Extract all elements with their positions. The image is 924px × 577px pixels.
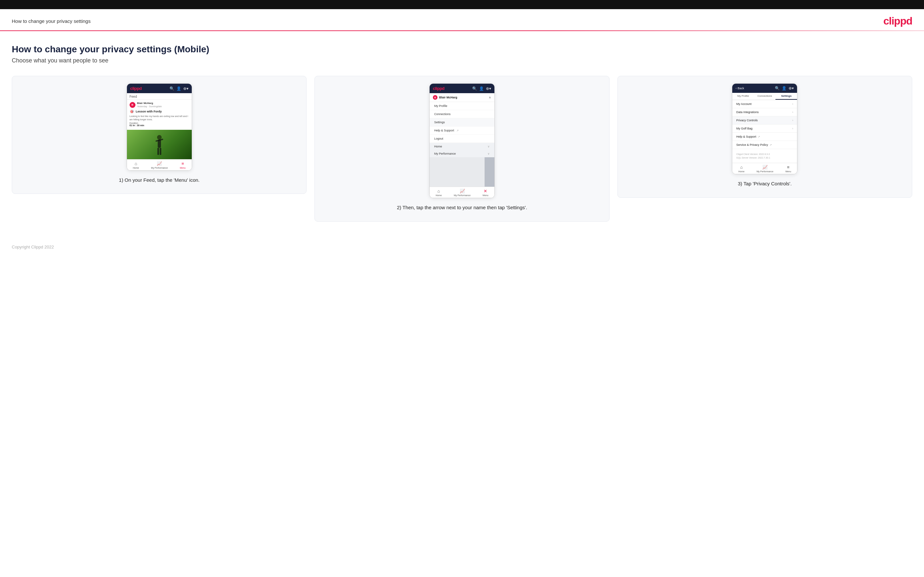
- user-icon-3[interactable]: 👤: [782, 86, 787, 90]
- performance-icon-2: 📈: [460, 189, 465, 193]
- service-privacy-label: Service & Privacy Policy ↗: [736, 143, 772, 147]
- section-performance-chevron: ∨: [488, 152, 490, 155]
- bottom-nav-menu-2[interactable]: ✕ Menu: [483, 189, 488, 197]
- performance-icon-3: 📈: [762, 165, 767, 170]
- version-gql: GQL Server Version: 2022.7.30-1: [736, 156, 793, 160]
- svg-rect-3: [157, 148, 159, 155]
- back-button[interactable]: ‹ Back: [735, 87, 744, 90]
- version-block: Clippd Client Version: 2022.8.3-3 GQL Se…: [732, 149, 797, 163]
- settings-help-support[interactable]: Help & Support ↗: [732, 133, 797, 141]
- dropdown-menu: B Blair McHarg ∧ My Profile Connections …: [430, 93, 494, 157]
- feed-user-row: B Blair McHarg Yesterday · Sunningdale: [129, 102, 189, 108]
- home-label-1: Home: [133, 167, 139, 169]
- performance-icon-1: 📈: [157, 161, 162, 166]
- settings-my-account[interactable]: My Account ›: [732, 100, 797, 108]
- home-label-3: Home: [738, 170, 745, 172]
- tab-my-profile[interactable]: My Profile: [732, 93, 754, 100]
- ext-icon-privacy: ↗: [770, 143, 772, 147]
- step-2-card: clippd 🔍 👤 ⊕▾ B Blair McHarg ∧: [315, 76, 609, 222]
- performance-label-2: My Performance: [454, 194, 470, 197]
- user-icon-2[interactable]: 👤: [479, 86, 484, 91]
- copyright: Copyright Clippd 2022: [12, 245, 54, 250]
- page-heading: How to change your privacy settings (Mob…: [12, 44, 912, 55]
- bottom-nav-home-2[interactable]: ⌂ Home: [436, 189, 442, 197]
- menu-icon-1: ≡: [182, 161, 184, 166]
- step-1-card: clippd 🔍 👤 ⊕▾ Feed B Blair McHarg: [12, 76, 307, 194]
- bottom-nav-home-3[interactable]: ⌂ Home: [738, 165, 745, 172]
- feed-label: Feed: [127, 93, 192, 100]
- dropdown-avatar: B: [433, 95, 438, 100]
- lesson-icon: 🎯: [129, 109, 134, 114]
- my-golf-bag-chevron: ›: [792, 127, 793, 130]
- bottom-nav-menu-3[interactable]: ≡ Menu: [785, 165, 791, 172]
- logo: clippd: [884, 15, 912, 27]
- settings-icon-1[interactable]: ⊕▾: [183, 86, 189, 91]
- phone-logo-1: clippd: [130, 86, 142, 91]
- dropdown-section-performance[interactable]: My Performance ∨: [430, 150, 494, 157]
- settings-tabs: My Profile Connections Settings: [732, 93, 797, 100]
- tab-settings[interactable]: Settings: [775, 93, 797, 100]
- settings-icon-2[interactable]: ⊕▾: [486, 86, 491, 91]
- privacy-controls-chevron: ›: [792, 119, 793, 122]
- phone-nav-2: clippd 🔍 👤 ⊕▾: [430, 84, 494, 93]
- feed-avatar: B: [129, 102, 136, 108]
- feed-item: B Blair McHarg Yesterday · Sunningdale 🎯…: [127, 100, 192, 130]
- ext-icon-help: ↗: [456, 129, 459, 132]
- feed-user-sub: Yesterday · Sunningdale: [137, 105, 162, 108]
- dropdown-section-home[interactable]: Home ∨: [430, 143, 494, 150]
- feed-user-name: Blair McHarg: [137, 102, 162, 105]
- main-content: How to change your privacy settings (Mob…: [0, 31, 924, 235]
- menu-label-2: Menu: [483, 194, 488, 197]
- bottom-nav-performance-1[interactable]: 📈 My Performance: [151, 161, 168, 169]
- settings-data-integrations[interactable]: Data Integrations ›: [732, 108, 797, 116]
- footer: Copyright Clippd 2022: [0, 235, 924, 256]
- step-2-phone: clippd 🔍 👤 ⊕▾ B Blair McHarg ∧: [429, 83, 495, 198]
- bottom-nav-2: ⌂ Home 📈 My Performance ✕ Menu: [430, 187, 494, 198]
- home-label-2: Home: [436, 194, 442, 197]
- step-2-desc: 2) Then, tap the arrow next to your name…: [397, 204, 527, 211]
- section-home-label: Home: [434, 145, 442, 148]
- dropdown-help-support[interactable]: Help & Support ↗: [430, 127, 494, 135]
- step-3-phone: ‹ Back 🔍 👤 ⊕▾ My Profile Connections Set…: [732, 83, 797, 174]
- dropdown-header[interactable]: B Blair McHarg ∧: [430, 93, 494, 102]
- tab-connections[interactable]: Connections: [754, 93, 775, 100]
- dropdown-logout[interactable]: Logout: [430, 135, 494, 143]
- home-icon-2: ⌂: [438, 189, 440, 193]
- menu-label-3: Menu: [785, 170, 791, 172]
- search-icon-2[interactable]: 🔍: [472, 86, 477, 91]
- dropdown-connections[interactable]: Connections: [430, 110, 494, 118]
- dropdown-my-profile[interactable]: My Profile: [430, 102, 494, 110]
- feed-duration: Duration01 hr : 30 min: [129, 122, 189, 127]
- back-chevron-icon: ‹: [735, 87, 737, 90]
- bottom-nav-performance-3[interactable]: 📈 My Performance: [756, 165, 773, 172]
- home-icon-3: ⌂: [740, 165, 743, 170]
- back-label: Back: [738, 87, 744, 90]
- performance-label-1: My Performance: [151, 167, 168, 169]
- privacy-controls-label: Privacy Controls: [736, 119, 758, 122]
- page-subheading: Choose what you want people to see: [12, 57, 912, 64]
- phone-nav-icons-1: 🔍 👤 ⊕▾: [170, 86, 189, 91]
- step-3-desc: 3) Tap 'Privacy Controls'.: [738, 180, 792, 188]
- bottom-nav-3: ⌂ Home 📈 My Performance ≡ Menu: [732, 163, 797, 174]
- help-support-label: Help & Support ↗: [736, 135, 760, 138]
- menu-close-icon-2: ✕: [484, 189, 487, 193]
- settings-back-bar: ‹ Back 🔍 👤 ⊕▾: [732, 84, 797, 93]
- phone-nav-icons-2: 🔍 👤 ⊕▾: [472, 86, 491, 91]
- search-icon-1[interactable]: 🔍: [170, 86, 174, 91]
- performance-label-3: My Performance: [756, 170, 773, 172]
- settings-privacy-controls[interactable]: Privacy Controls ›: [732, 116, 797, 124]
- bottom-nav-home-1[interactable]: ⌂ Home: [133, 161, 139, 169]
- bottom-nav-menu-1[interactable]: ≡ Menu: [180, 161, 186, 169]
- settings-my-golf-bag[interactable]: My Golf Bag ›: [732, 124, 797, 133]
- search-icon-3[interactable]: 🔍: [775, 86, 780, 90]
- settings-icon-3[interactable]: ⊕▾: [788, 86, 794, 90]
- settings-service-privacy[interactable]: Service & Privacy Policy ↗: [732, 141, 797, 149]
- lesson-title: Lesson with Fordy: [136, 110, 162, 113]
- step-1-phone: clippd 🔍 👤 ⊕▾ Feed B Blair McHarg: [127, 83, 192, 171]
- bottom-nav-performance-2[interactable]: 📈 My Performance: [454, 189, 470, 197]
- golfer-silhouette: [153, 135, 166, 159]
- dropdown-settings[interactable]: Settings: [430, 118, 494, 127]
- feed-user-info: Blair McHarg Yesterday · Sunningdale: [137, 102, 162, 108]
- bottom-nav-1: ⌂ Home 📈 My Performance ≡ Menu: [127, 159, 192, 170]
- user-icon-1[interactable]: 👤: [176, 86, 181, 91]
